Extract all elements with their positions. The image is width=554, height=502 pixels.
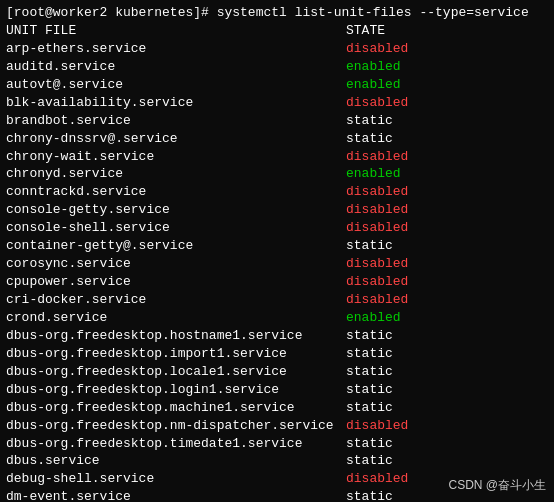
unit-state: disabled — [346, 291, 408, 309]
table-row: container-getty@.servicestatic — [6, 237, 548, 255]
rows-container: arp-ethers.servicedisabledauditd.service… — [6, 40, 548, 502]
unit-state: static — [346, 381, 393, 399]
unit-file-name: chrony-wait.service — [6, 148, 346, 166]
unit-file-name: console-getty.service — [6, 201, 346, 219]
unit-file-name: crond.service — [6, 309, 346, 327]
unit-state: enabled — [346, 76, 401, 94]
prompt-line: [root@worker2 kubernetes]# systemctl lis… — [6, 4, 548, 22]
header-state: STATE — [346, 22, 385, 40]
unit-state: disabled — [346, 94, 408, 112]
unit-file-name: arp-ethers.service — [6, 40, 346, 58]
unit-file-name: dbus-org.freedesktop.hostname1.service — [6, 327, 346, 345]
unit-state: disabled — [346, 183, 408, 201]
table-row: brandbot.servicestatic — [6, 112, 548, 130]
unit-file-name: auditd.service — [6, 58, 346, 76]
table-row: cpupower.servicedisabled — [6, 273, 548, 291]
table-row: dbus-org.freedesktop.locale1.servicestat… — [6, 363, 548, 381]
table-row: conntrackd.servicedisabled — [6, 183, 548, 201]
unit-file-name: dbus.service — [6, 452, 346, 470]
unit-file-name: dbus-org.freedesktop.login1.service — [6, 381, 346, 399]
table-row: dbus-org.freedesktop.timedate1.servicest… — [6, 435, 548, 453]
prompt-text: [root@worker2 kubernetes]# systemctl lis… — [6, 4, 529, 22]
unit-state: disabled — [346, 201, 408, 219]
unit-state: static — [346, 363, 393, 381]
table-row: cri-docker.servicedisabled — [6, 291, 548, 309]
table-row: autovt@.serviceenabled — [6, 76, 548, 94]
unit-file-name: brandbot.service — [6, 112, 346, 130]
table-row: auditd.serviceenabled — [6, 58, 548, 76]
unit-file-name: cri-docker.service — [6, 291, 346, 309]
table-row: dbus-org.freedesktop.machine1.servicesta… — [6, 399, 548, 417]
unit-state: disabled — [346, 255, 408, 273]
unit-file-name: conntrackd.service — [6, 183, 346, 201]
unit-state: static — [346, 327, 393, 345]
unit-file-name: console-shell.service — [6, 219, 346, 237]
table-row: dbus-org.freedesktop.login1.servicestati… — [6, 381, 548, 399]
header-row: UNIT FILE STATE — [6, 22, 548, 40]
watermark: CSDN @奋斗小生 — [448, 477, 546, 494]
unit-file-name: dbus-org.freedesktop.nm-dispatcher.servi… — [6, 417, 346, 435]
unit-state: disabled — [346, 219, 408, 237]
unit-file-name: dbus-org.freedesktop.timedate1.service — [6, 435, 346, 453]
unit-file-name: chrony-dnssrv@.service — [6, 130, 346, 148]
table-row: console-getty.servicedisabled — [6, 201, 548, 219]
unit-file-name: dbus-org.freedesktop.machine1.service — [6, 399, 346, 417]
unit-file-name: dbus-org.freedesktop.locale1.service — [6, 363, 346, 381]
unit-file-name: debug-shell.service — [6, 470, 346, 488]
unit-state: disabled — [346, 417, 408, 435]
unit-state: disabled — [346, 40, 408, 58]
unit-state: static — [346, 452, 393, 470]
unit-state: disabled — [346, 148, 408, 166]
table-row: chrony-dnssrv@.servicestatic — [6, 130, 548, 148]
unit-file-name: autovt@.service — [6, 76, 346, 94]
table-row: dbus.servicestatic — [6, 452, 548, 470]
table-row: dbus-org.freedesktop.hostname1.servicest… — [6, 327, 548, 345]
unit-file-name: blk-availability.service — [6, 94, 346, 112]
unit-file-name: chronyd.service — [6, 165, 346, 183]
unit-state: static — [346, 237, 393, 255]
unit-file-name: container-getty@.service — [6, 237, 346, 255]
unit-state: static — [346, 488, 393, 502]
table-row: arp-ethers.servicedisabled — [6, 40, 548, 58]
table-row: dbus-org.freedesktop.nm-dispatcher.servi… — [6, 417, 548, 435]
table-row: crond.serviceenabled — [6, 309, 548, 327]
table-row: console-shell.servicedisabled — [6, 219, 548, 237]
unit-state: disabled — [346, 470, 408, 488]
unit-state: enabled — [346, 165, 401, 183]
unit-file-name: dm-event.service — [6, 488, 346, 502]
unit-file-name: cpupower.service — [6, 273, 346, 291]
table-row: corosync.servicedisabled — [6, 255, 548, 273]
unit-state: enabled — [346, 309, 401, 327]
unit-state: static — [346, 435, 393, 453]
unit-state: static — [346, 112, 393, 130]
table-row: chrony-wait.servicedisabled — [6, 148, 548, 166]
terminal: [root@worker2 kubernetes]# systemctl lis… — [0, 0, 554, 502]
unit-state: static — [346, 345, 393, 363]
unit-state: static — [346, 399, 393, 417]
unit-file-name: dbus-org.freedesktop.import1.service — [6, 345, 346, 363]
header-unit-file: UNIT FILE — [6, 22, 346, 40]
unit-state: enabled — [346, 58, 401, 76]
table-row: blk-availability.servicedisabled — [6, 94, 548, 112]
unit-state: disabled — [346, 273, 408, 291]
unit-file-name: corosync.service — [6, 255, 346, 273]
unit-state: static — [346, 130, 393, 148]
table-row: chronyd.serviceenabled — [6, 165, 548, 183]
table-row: dbus-org.freedesktop.import1.servicestat… — [6, 345, 548, 363]
